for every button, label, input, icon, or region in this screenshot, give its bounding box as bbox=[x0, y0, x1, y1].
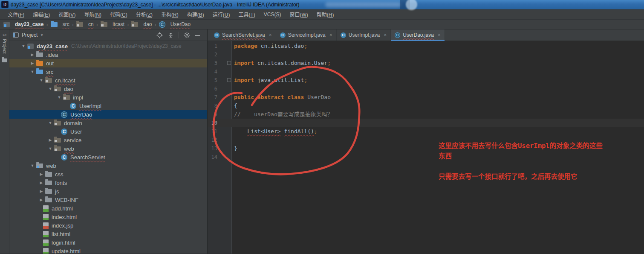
line-number[interactable]: 7 bbox=[208, 93, 232, 102]
tree-item-css[interactable]: ▶css bbox=[9, 170, 207, 178]
collapse-arrow-icon[interactable]: ▼ bbox=[29, 163, 36, 168]
tree-item-userimpl[interactable]: CUserImpl bbox=[9, 102, 207, 110]
tree-item-out[interactable]: ▶out bbox=[9, 59, 207, 67]
collapse-arrow-icon[interactable]: ▼ bbox=[38, 78, 45, 82]
tree-item-login-html[interactable]: login.html bbox=[9, 238, 207, 247]
tree-item-impl[interactable]: ▼impl bbox=[9, 93, 207, 102]
close-tab-icon[interactable]: × bbox=[384, 32, 387, 38]
tree-item-web[interactable]: ▼web bbox=[9, 144, 207, 153]
tree-item-userdao[interactable]: CUserDao bbox=[9, 110, 207, 119]
menu-item-v[interactable]: 视图(V) bbox=[54, 9, 80, 19]
fold-marker-icon[interactable]: − bbox=[227, 78, 231, 82]
expand-arrow-icon[interactable]: ▶ bbox=[29, 61, 36, 65]
breadcrumb-item-userdao[interactable]: CUserDao bbox=[159, 21, 191, 28]
line-number[interactable]: 6 bbox=[208, 85, 232, 93]
line-number[interactable]: 8 bbox=[208, 102, 232, 110]
collapse-arrow-icon[interactable]: ▼ bbox=[46, 87, 54, 91]
line-number[interactable]: 9 bbox=[208, 110, 232, 119]
code-line[interactable]: public abstract class UserDao bbox=[232, 93, 644, 102]
close-tab-icon[interactable]: × bbox=[269, 32, 272, 38]
tree-item-dao[interactable]: ▼dao bbox=[9, 85, 207, 93]
menu-item-r[interactable]: 重构(R) bbox=[157, 9, 183, 19]
code-line[interactable] bbox=[232, 119, 644, 127]
tree-item-searchservlet[interactable]: CSearchServlet bbox=[9, 153, 207, 161]
line-number[interactable]: 1 bbox=[208, 42, 232, 50]
tree-item-fonts[interactable]: ▶fonts bbox=[9, 178, 207, 187]
tree-item-user[interactable]: CUser bbox=[9, 127, 207, 136]
line-number[interactable]: 2 bbox=[208, 50, 232, 59]
breadcrumb-item-cn[interactable]: cn bbox=[76, 21, 94, 27]
expand-arrow-icon[interactable]: ▶ bbox=[29, 53, 36, 57]
tab-userdao-java[interactable]: CUserDao.java× bbox=[391, 29, 445, 41]
tree-item-index-html[interactable]: index.html bbox=[9, 213, 207, 221]
code-line[interactable]: import java.util.List; bbox=[232, 76, 644, 85]
locate-icon[interactable] bbox=[156, 32, 163, 38]
collapse-arrow-icon[interactable]: ▼ bbox=[29, 70, 36, 74]
tree-item-js[interactable]: ▶js bbox=[9, 187, 207, 196]
menu-item-w[interactable]: 窗口(W) bbox=[285, 9, 312, 19]
breadcrumb-item-src[interactable]: src bbox=[51, 21, 69, 27]
menu-item-h[interactable]: 帮助(H) bbox=[312, 9, 338, 19]
code-line[interactable]: { bbox=[232, 102, 644, 110]
expand-arrow-icon[interactable]: ▶ bbox=[38, 189, 45, 193]
code-line[interactable] bbox=[232, 50, 644, 59]
tab-serviceimpl-java[interactable]: CServiceImpl.java× bbox=[276, 29, 337, 41]
tree-item-index-jsp[interactable]: index.jsp bbox=[9, 221, 207, 230]
expand-arrow-icon[interactable]: ▶ bbox=[46, 138, 54, 142]
tree-item-day23-case[interactable]: ▼day23_caseC:\Users\Administrator\IdeaPr… bbox=[9, 42, 207, 50]
tree-item-service[interactable]: ▶service bbox=[9, 136, 207, 144]
line-number[interactable]: 4 bbox=[208, 67, 232, 76]
tree-item-update-html[interactable]: update.html bbox=[9, 247, 207, 254]
line-number[interactable]: 3− bbox=[208, 59, 232, 67]
tab-searchservlet-java[interactable]: CSearchServlet.java× bbox=[210, 29, 276, 41]
code-line[interactable]: List<User> findAll(); bbox=[232, 127, 644, 136]
code-line[interactable]: package cn.itcast.dao; bbox=[232, 42, 644, 50]
line-number[interactable]: 10 bbox=[208, 119, 232, 127]
code-line[interactable] bbox=[232, 67, 644, 76]
collapse-arrow-icon[interactable]: ▼ bbox=[55, 95, 63, 99]
code-line[interactable]: // userDao需要写成是抽象类吗？ bbox=[232, 110, 644, 119]
line-number[interactable]: 5− bbox=[208, 76, 232, 85]
line-number[interactable]: 14 bbox=[208, 153, 232, 161]
tree-item-cn-itcast[interactable]: ▼cn.itcast bbox=[9, 76, 207, 85]
fold-marker-icon[interactable]: − bbox=[227, 61, 231, 65]
menu-item-u[interactable]: 运行(U) bbox=[208, 9, 234, 19]
menu-item-c[interactable]: 代码(C) bbox=[106, 9, 132, 19]
code-line[interactable] bbox=[232, 85, 644, 93]
menu-item-f[interactable]: 文件(F) bbox=[3, 9, 29, 19]
tree-item-list-html[interactable]: list.html bbox=[9, 230, 207, 238]
collapse-arrow-icon[interactable]: ▼ bbox=[20, 44, 27, 48]
tree-item-web[interactable]: ▼web bbox=[9, 161, 207, 170]
expand-arrow-icon[interactable]: ▶ bbox=[38, 198, 45, 202]
menu-item-vcs-s[interactable]: VCS(S) bbox=[260, 10, 286, 19]
settings-icon[interactable] bbox=[184, 32, 190, 38]
project-tool-window-button[interactable]: 1: Project bbox=[2, 34, 7, 53]
tree-item-web-inf[interactable]: ▶WEB-INF bbox=[9, 196, 207, 204]
editor-body[interactable]: 123−45−67891011121314 package cn.itcast.… bbox=[208, 41, 644, 254]
line-number[interactable]: 12 bbox=[208, 136, 232, 144]
menu-item-e[interactable]: 编辑(E) bbox=[29, 9, 54, 19]
breadcrumb-item-dao[interactable]: dao bbox=[131, 21, 152, 27]
line-number[interactable]: 13 bbox=[208, 144, 232, 153]
collapse-arrow-icon[interactable]: ▼ bbox=[46, 146, 54, 151]
menu-item-b[interactable]: 构建(B) bbox=[183, 9, 208, 19]
breadcrumb-item-day23-case[interactable]: day23_case bbox=[3, 21, 43, 27]
tree-item-src[interactable]: ▼src bbox=[9, 67, 207, 76]
collapse-arrow-icon[interactable]: ▼ bbox=[46, 121, 54, 125]
tree-item-domain[interactable]: ▼domain bbox=[9, 119, 207, 127]
expand-arrow-icon[interactable]: ▶ bbox=[38, 181, 45, 185]
close-tab-icon[interactable]: × bbox=[438, 32, 441, 38]
menu-item-t[interactable]: 工具(T) bbox=[234, 9, 259, 19]
project-panel-title[interactable]: Project bbox=[22, 32, 38, 38]
code-line[interactable]: import cn.itcast.domain.User; bbox=[232, 59, 644, 67]
breadcrumb-item-itcast[interactable]: itcast bbox=[101, 21, 124, 27]
expand-arrow-icon[interactable]: ▶ bbox=[38, 172, 45, 176]
menu-item-n[interactable]: 导航(N) bbox=[80, 9, 106, 19]
menu-item-z[interactable]: 分析(Z) bbox=[132, 9, 157, 19]
close-tab-icon[interactable]: × bbox=[329, 32, 332, 38]
tab-userimpl-java[interactable]: CUserImpl.java× bbox=[337, 29, 391, 41]
chevron-down-icon[interactable]: ▼ bbox=[40, 33, 43, 37]
tree-item-add-html[interactable]: add.html bbox=[9, 204, 207, 213]
collapse-all-icon[interactable] bbox=[167, 32, 174, 38]
tree-item-idea[interactable]: ▶.idea bbox=[9, 50, 207, 59]
